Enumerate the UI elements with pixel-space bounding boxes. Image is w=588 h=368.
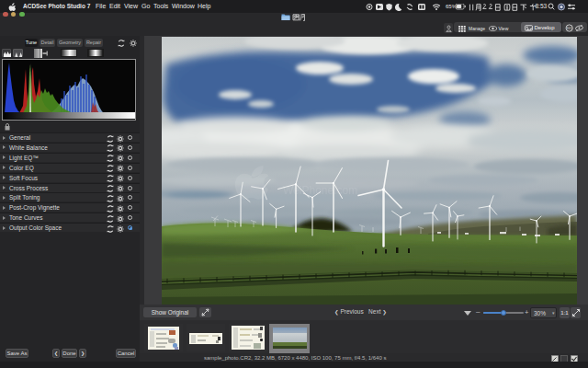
svg-text:365: 365 <box>566 26 572 30</box>
